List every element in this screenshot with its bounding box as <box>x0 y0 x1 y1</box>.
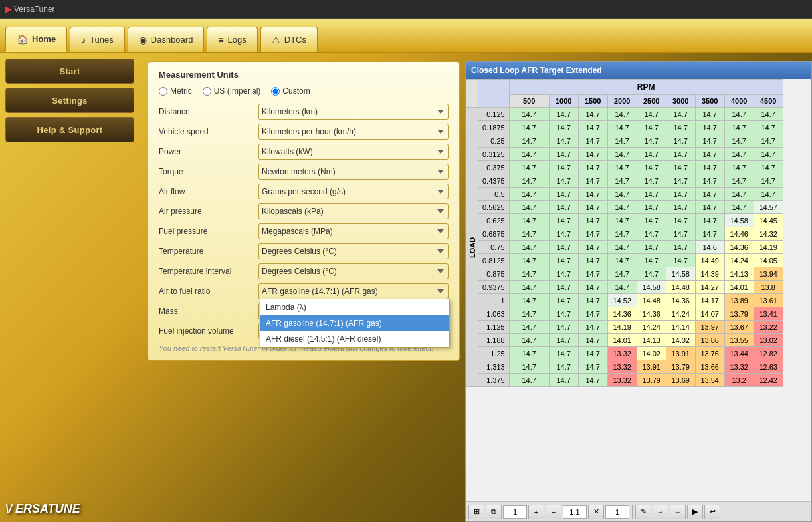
table-container[interactable]: RPM 500 1000 1500 2000 2500 3000 3500 40… <box>466 79 811 501</box>
radio-metric[interactable]: Metric <box>159 86 192 96</box>
cell-1.375-4000[interactable]: 13.2 <box>724 374 754 387</box>
toolbar-back-btn[interactable]: ← <box>670 505 686 519</box>
cell-0.625-2500[interactable]: 14.7 <box>637 214 666 227</box>
cell-0.625-1500[interactable]: 14.7 <box>578 214 607 227</box>
cell-0.9375-1000[interactable]: 14.7 <box>549 281 578 294</box>
cell-0.1875-3500[interactable]: 14.7 <box>695 121 724 134</box>
cell-0.9375-1500[interactable]: 14.7 <box>578 281 607 294</box>
cell-0.5625-1500[interactable]: 14.7 <box>578 201 607 214</box>
cell-0.875-3000[interactable]: 14.58 <box>666 267 695 281</box>
cell-1.188-2500[interactable]: 14.13 <box>637 334 666 347</box>
cell-1.375-500[interactable]: 14.7 <box>509 374 549 387</box>
cell-0.25-500[interactable]: 14.7 <box>509 134 549 148</box>
cell-0.5-3500[interactable]: 14.7 <box>695 188 724 201</box>
cell-1-4000[interactable]: 13.89 <box>724 294 754 307</box>
cell-1.125-2000[interactable]: 14.19 <box>607 321 637 334</box>
cell-1.25-500[interactable]: 14.7 <box>509 347 549 360</box>
cell-0.75-4000[interactable]: 14.36 <box>724 241 754 254</box>
cell-0.8125-2500[interactable]: 14.7 <box>637 254 666 267</box>
toolbar-edit-btn[interactable]: ✎ <box>635 505 651 519</box>
cell-0.4375-1000[interactable]: 14.7 <box>549 174 578 188</box>
dropdown-item-afr-gasoline[interactable]: AFR gasoline (14.7:1) (AFR gas) <box>260 315 449 331</box>
cell-0.8125-1000[interactable]: 14.7 <box>549 254 578 267</box>
cell-0.625-4000[interactable]: 14.58 <box>724 214 754 227</box>
cell-0.4375-3000[interactable]: 14.7 <box>666 174 695 188</box>
cell-0.5625-2500[interactable]: 14.7 <box>637 201 666 214</box>
toolbar-value-input[interactable] <box>605 505 629 519</box>
cell-1.125-1500[interactable]: 14.7 <box>578 321 607 334</box>
cell-1.125-4500[interactable]: 13.22 <box>754 321 783 334</box>
cell-0.3125-3000[interactable]: 14.7 <box>666 148 695 161</box>
cell-0.875-4500[interactable]: 13.94 <box>754 267 783 281</box>
cell-0.4375-2000[interactable]: 14.7 <box>607 174 637 188</box>
cell-1-2000[interactable]: 14.52 <box>607 294 637 307</box>
cell-0.9375-4500[interactable]: 13.8 <box>754 281 783 294</box>
cell-1.188-4000[interactable]: 13.55 <box>724 334 754 347</box>
cell-1.188-3000[interactable]: 14.02 <box>666 334 695 347</box>
cell-0.875-4000[interactable]: 14.13 <box>724 267 754 281</box>
radio-custom[interactable]: Custom <box>271 86 310 96</box>
cell-0.1875-500[interactable]: 14.7 <box>509 121 549 134</box>
cell-0.6875-4000[interactable]: 14.46 <box>724 227 754 241</box>
cell-1.063-500[interactable]: 14.7 <box>509 307 549 321</box>
cell-1.25-3000[interactable]: 13.91 <box>666 347 695 360</box>
cell-0.5-4500[interactable]: 14.7 <box>754 188 783 201</box>
cell-1.125-500[interactable]: 14.7 <box>509 321 549 334</box>
cell-0.75-2500[interactable]: 14.7 <box>637 241 666 254</box>
cell-0.625-2000[interactable]: 14.7 <box>607 214 637 227</box>
cell-0.6875-3000[interactable]: 14.7 <box>666 227 695 241</box>
cell-0.625-500[interactable]: 14.7 <box>509 214 549 227</box>
cell-0.25-3000[interactable]: 14.7 <box>666 134 695 148</box>
tab-logs[interactable]: ≡ Logs <box>207 27 257 52</box>
start-button[interactable]: Start <box>5 59 134 84</box>
cell-1.25-4500[interactable]: 12.82 <box>754 347 783 360</box>
radio-imperial-input[interactable] <box>203 87 211 96</box>
power-select[interactable]: Kilowatts (kW) <box>258 144 449 160</box>
radio-metric-input[interactable] <box>159 87 167 96</box>
radio-custom-input[interactable] <box>271 87 280 96</box>
cell-0.5-4000[interactable]: 14.7 <box>724 188 754 201</box>
cell-1.313-4500[interactable]: 12.63 <box>754 360 783 374</box>
toolbar-forward-btn[interactable]: → <box>653 505 668 519</box>
distance-select[interactable]: Kilometers (km) <box>258 104 449 120</box>
cell-0.875-2000[interactable]: 14.7 <box>607 267 637 281</box>
cell-1.063-4500[interactable]: 13.41 <box>754 307 783 321</box>
cell-0.875-500[interactable]: 14.7 <box>509 267 549 281</box>
cell-0.4375-3500[interactable]: 14.7 <box>695 174 724 188</box>
temperature-select[interactable]: Degrees Celsius (°C) <box>258 243 449 259</box>
cell-1.188-1000[interactable]: 14.7 <box>549 334 578 347</box>
cell-0.6875-1000[interactable]: 14.7 <box>549 227 578 241</box>
cell-1-1000[interactable]: 14.7 <box>549 294 578 307</box>
cell-0.125-1000[interactable]: 14.7 <box>549 108 578 121</box>
cell-0.125-2500[interactable]: 14.7 <box>637 108 666 121</box>
cell-0.5625-500[interactable]: 14.7 <box>509 201 549 214</box>
cell-0.6875-2500[interactable]: 14.7 <box>637 227 666 241</box>
radio-imperial[interactable]: US (Imperial) <box>203 86 261 96</box>
cell-0.375-1000[interactable]: 14.7 <box>549 161 578 174</box>
cell-1.063-2500[interactable]: 14.36 <box>637 307 666 321</box>
cell-1.25-2500[interactable]: 14.02 <box>637 347 666 360</box>
settings-button[interactable]: Settings <box>5 88 134 113</box>
cell-1.375-3500[interactable]: 13.54 <box>695 374 724 387</box>
tab-dashboard[interactable]: ◉ Dashboard <box>128 27 205 52</box>
fuel-pressure-select[interactable]: Megapascals (MPa) <box>258 223 449 239</box>
cell-0.75-4500[interactable]: 14.19 <box>754 241 783 254</box>
cell-0.1875-1000[interactable]: 14.7 <box>549 121 578 134</box>
cell-0.6875-3500[interactable]: 14.7 <box>695 227 724 241</box>
cell-0.3125-4000[interactable]: 14.7 <box>724 148 754 161</box>
cell-1.25-1500[interactable]: 14.7 <box>578 347 607 360</box>
cell-1.188-500[interactable]: 14.7 <box>509 334 549 347</box>
cell-1.313-500[interactable]: 14.7 <box>509 360 549 374</box>
cell-1.063-3000[interactable]: 14.24 <box>666 307 695 321</box>
cell-1.375-2500[interactable]: 13.79 <box>637 374 666 387</box>
toolbar-grid-btn[interactable]: ⊞ <box>468 505 484 519</box>
cell-1.063-4000[interactable]: 13.79 <box>724 307 754 321</box>
cell-0.3125-2500[interactable]: 14.7 <box>637 148 666 161</box>
cell-1.125-3000[interactable]: 14.14 <box>666 321 695 334</box>
cell-0.6875-4500[interactable]: 14.32 <box>754 227 783 241</box>
cell-1.125-2500[interactable]: 14.24 <box>637 321 666 334</box>
cell-1.063-1500[interactable]: 14.7 <box>578 307 607 321</box>
cell-0.1875-4000[interactable]: 14.7 <box>724 121 754 134</box>
cell-0.75-1500[interactable]: 14.7 <box>578 241 607 254</box>
cell-0.375-4500[interactable]: 14.7 <box>754 161 783 174</box>
